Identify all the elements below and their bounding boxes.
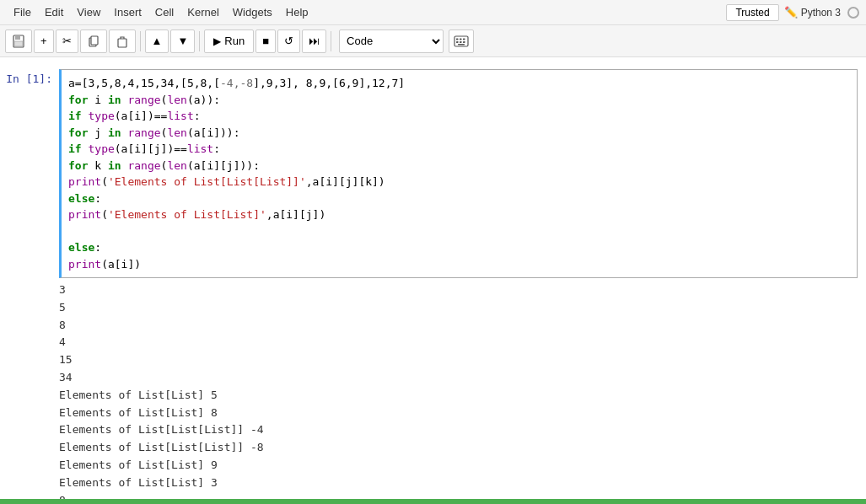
svg-rect-4 bbox=[91, 36, 98, 45]
menu-widgets[interactable]: Widgets bbox=[226, 4, 279, 20]
separator-1 bbox=[140, 31, 141, 51]
svg-rect-7 bbox=[456, 38, 459, 40]
svg-rect-12 bbox=[463, 41, 465, 43]
notebook: In [1]: a=[3,5,8,4,15,34,[5,8,[-4,-8],9,… bbox=[0, 57, 866, 499]
cell-type-select[interactable]: Code Markdown Raw NBConvert bbox=[339, 29, 444, 53]
code-line-11: else: bbox=[68, 239, 850, 256]
output-line-4: 4 bbox=[59, 334, 858, 351]
edit-icon: ✏️ bbox=[784, 6, 798, 19]
svg-rect-13 bbox=[458, 44, 465, 46]
restart-run-button[interactable]: ⏭ bbox=[302, 29, 326, 53]
kernel-name: Python 3 bbox=[801, 7, 841, 19]
run-label: Run bbox=[224, 35, 245, 47]
output-label bbox=[0, 278, 59, 281]
add-cell-button[interactable]: + bbox=[34, 29, 54, 53]
output-content: 3 5 8 4 15 34 Elements of List[List] 5 E… bbox=[59, 278, 858, 499]
menu-kernel[interactable]: Kernel bbox=[180, 4, 226, 20]
code-line-5: if type(a[i][j])==list: bbox=[68, 141, 850, 158]
save-button[interactable] bbox=[5, 29, 32, 53]
output-line-1: 3 bbox=[59, 281, 858, 299]
paste-icon bbox=[116, 35, 129, 48]
menu-bar: File Edit View Insert Cell Kernel Widget… bbox=[0, 0, 866, 25]
code-line-6: for k in range(len(a[i][j])): bbox=[68, 158, 850, 174]
kernel-status-icon bbox=[847, 7, 859, 19]
keyboard-shortcuts-button[interactable] bbox=[449, 29, 474, 53]
output-line-6: 34 bbox=[59, 369, 858, 387]
menu-cell[interactable]: Cell bbox=[148, 4, 180, 20]
code-line-10 bbox=[68, 223, 850, 240]
svg-rect-5 bbox=[118, 39, 126, 47]
output-line-8: Elements of List[List] 8 bbox=[59, 405, 858, 422]
separator-2 bbox=[199, 31, 200, 51]
code-line-1: a=[3,5,8,4,15,34,[5,8,[-4,-8],9,3], 8,9,… bbox=[68, 75, 850, 92]
run-button[interactable]: ▶ Run bbox=[204, 29, 254, 53]
code-cell-1: In [1]: a=[3,5,8,4,15,34,[5,8,[-4,-8],9,… bbox=[0, 69, 866, 499]
code-line-3: if type(a[i])==list: bbox=[68, 108, 850, 125]
output-line-10: Elements of List[List[List]] -8 bbox=[59, 439, 858, 457]
move-down-button[interactable]: ▼ bbox=[170, 29, 195, 53]
cut-button[interactable]: ✂ bbox=[56, 29, 78, 53]
move-up-button[interactable]: ▲ bbox=[145, 29, 169, 53]
output-line-11: Elements of List[List] 9 bbox=[59, 457, 858, 475]
cell-label: In [1]: bbox=[0, 69, 59, 85]
code-line-12: print(a[i]) bbox=[68, 256, 850, 273]
menu-edit[interactable]: Edit bbox=[38, 4, 70, 20]
svg-rect-2 bbox=[14, 41, 23, 46]
menu-view[interactable]: View bbox=[70, 4, 107, 20]
svg-rect-1 bbox=[15, 35, 20, 40]
output-line-7: Elements of List[List] 5 bbox=[59, 387, 858, 405]
output-line-2: 5 bbox=[59, 299, 858, 317]
save-icon bbox=[12, 35, 25, 48]
svg-rect-11 bbox=[460, 41, 462, 43]
menu-insert[interactable]: Insert bbox=[107, 4, 148, 20]
code-line-4: for j in range(len(a[i])): bbox=[68, 125, 850, 142]
cell-input-row: In [1]: a=[3,5,8,4,15,34,[5,8,[-4,-8],9,… bbox=[0, 69, 866, 278]
code-line-9: print('Elements of List[List]',a[i][j]) bbox=[68, 206, 850, 223]
toolbar: + ✂ ▲ ▼ ▶ Run ■ ↺ ⏭ Code Markdown Raw NB… bbox=[0, 25, 866, 57]
code-line-2: for i in range(len(a)): bbox=[68, 92, 850, 109]
keyboard-icon bbox=[454, 35, 469, 47]
output-line-9: Elements of List[List[List]] -4 bbox=[59, 421, 858, 439]
cell-input[interactable]: a=[3,5,8,4,15,34,[5,8,[-4,-8],9,3], 8,9,… bbox=[59, 69, 858, 278]
output-line-3: 8 bbox=[59, 317, 858, 335]
separator-3 bbox=[331, 31, 331, 51]
svg-rect-10 bbox=[456, 41, 459, 43]
svg-rect-8 bbox=[460, 38, 462, 40]
restart-button[interactable]: ↺ bbox=[277, 29, 300, 53]
trusted-button[interactable]: Trusted bbox=[726, 4, 778, 21]
menu-help[interactable]: Help bbox=[279, 4, 315, 20]
paste-button[interactable] bbox=[109, 29, 136, 53]
svg-rect-9 bbox=[463, 38, 465, 40]
copy-button[interactable] bbox=[80, 29, 107, 53]
cell-output-row: 3 5 8 4 15 34 Elements of List[List] 5 E… bbox=[0, 278, 866, 499]
output-line-12: Elements of List[List] 3 bbox=[59, 475, 858, 492]
stop-button[interactable]: ■ bbox=[255, 29, 276, 53]
copy-icon bbox=[87, 35, 100, 48]
code-line-8: else: bbox=[68, 190, 850, 207]
output-line-13: 8 bbox=[59, 492, 858, 499]
output-line-5: 15 bbox=[59, 351, 858, 369]
code-line-7: print('Elements of List[List[List]]',a[i… bbox=[68, 174, 850, 190]
menu-file[interactable]: File bbox=[7, 4, 38, 20]
